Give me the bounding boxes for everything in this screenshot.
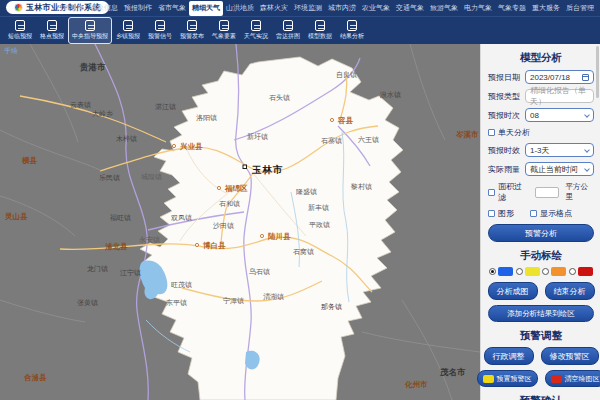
forecast-period-label: 预报时效 [488,145,525,156]
area-filter-input[interactable] [535,187,560,198]
color-badge-icon [551,375,562,383]
map-label-outcounty: 岑溪市 [455,130,479,139]
map-label-outcounty: 灵山县 [5,212,28,221]
forecast-period-select[interactable]: 1-3天 [525,143,594,157]
manual-action-button[interactable]: 分析成图 [488,282,538,300]
legend-checkbox[interactable] [488,210,495,217]
document-icon [15,20,25,31]
document-icon [47,20,57,31]
blue-swatch [498,267,513,276]
forecast-date-input[interactable]: 2023/07/18 [525,70,594,84]
map-label-town: 石和镇 [219,200,240,208]
orange-swatch [551,267,566,276]
toolbar-item-label: 短临预报 [8,32,32,41]
toolbar-item[interactable]: 预警发布 [176,17,208,45]
document-icon [283,20,293,31]
topnav-item-active[interactable]: 精细天气 [189,1,223,16]
toolbar-item[interactable]: 短临预报 [4,17,36,45]
map-label-outtown: 江宁镇 [120,269,141,277]
panel-scrollbar[interactable] [596,46,599,98]
adjust-action-button[interactable]: 行政调整 [484,347,534,365]
actual-rain-select[interactable]: 截止当前时间 [525,162,594,176]
adjust-badge-button[interactable]: 预置预警区 [477,370,538,387]
toolbar-item[interactable]: 格点预报 [36,17,68,45]
manual-plot-title: 手动标绘 [488,249,594,263]
toolbar-item-label: 中央指导预报 [72,32,108,41]
topnav-item[interactable]: 省市气象 [155,1,189,16]
topnav-item[interactable]: 城市内涝 [325,1,359,16]
calendar-icon[interactable] [582,74,589,81]
area-filter-unit: 平方公里 [565,182,594,202]
toolbar-item-label: 雷达拼图 [276,32,300,41]
map-label-city: 玉林市 [251,164,284,175]
toolbar-item[interactable]: 模型数据 [304,17,336,45]
map-label-outcounty: 化州市 [404,380,428,389]
document-icon [187,20,197,31]
hand-draw-link[interactable]: 手绘 [4,46,18,56]
topnav-item[interactable]: 农业气象 [359,1,393,16]
single-day-checkbox[interactable] [488,129,495,136]
show-grid-checkbox[interactable] [530,210,537,217]
topnav-item[interactable]: 山洪地质 [223,1,257,16]
map-label-town: 乌石镇 [249,268,270,276]
manual-action-button[interactable]: 结束分析 [545,282,595,300]
map-canvas[interactable]: 玉林市兴业县容县福绵区陆川县博白县贵港市茂名市浦北县横县灵山县合浦县化州市岑溪市… [0,44,480,400]
map-label-county: 博白县 [202,241,226,250]
map-label-town: 永安镇 [139,236,160,244]
toolbar-item[interactable]: 雷达拼图 [272,17,304,45]
toolbar-item[interactable]: 天气实况 [240,17,272,45]
toolbar: 短临预报格点预报中央指导预报乡镇预报预警信号预警发布气象要素天气实况雷达拼图模型… [0,16,600,44]
forecast-type-row: 预报类型 精细化报告（单天） [488,89,594,103]
topnav-item[interactable]: 后台管理 [563,1,597,16]
topnav-item[interactable]: 环境监测 [291,1,325,16]
toolbar-item[interactable]: 气象要素 [208,17,240,45]
topnav-item[interactable]: 重大服务 [529,1,563,16]
adjust-badge-button[interactable]: 清空绘图区 [545,370,600,387]
adjust-badge-buttons-row: 预置预警区清空绘图区 [488,370,594,387]
map-label-outcounty: 横县 [21,156,38,165]
document-icon [219,20,229,31]
color-radio-group [488,267,594,276]
map-label-town: 宁潭镇 [223,297,244,305]
topnav-item[interactable]: 电力气象 [461,1,495,16]
toolbar-item-label: 结果分析 [340,32,364,41]
map-label-outcounty: 浦北县 [105,242,128,251]
toolbar-item-label: 乡镇预报 [116,32,140,41]
radio-icon [569,268,576,275]
topnav-item[interactable]: 预报制作 [121,1,155,16]
warning-analysis-button[interactable]: 预警分析 [488,224,594,242]
map-container: 玉林市兴业县容县福绵区陆川县博白县贵港市茂名市浦北县横县灵山县合浦县化州市岑溪市… [0,44,480,400]
actual-rain-value: 截止当前时间 [530,164,578,175]
topnav-item[interactable]: 气象信息 [87,1,121,16]
actual-rain-label: 实际雨量 [488,164,525,175]
map-label-town: 石寨镇 [321,136,342,145]
map-label-county: 兴业县 [179,142,203,151]
topnav-item[interactable]: 日常业务 [53,1,87,16]
map-label-outtown: 龙门镇 [87,265,108,273]
toolbar-item[interactable]: 预警信号 [144,17,176,45]
color-option-blue[interactable] [489,267,513,276]
topnav-item[interactable]: 旅游气象 [427,1,461,16]
forecast-type-input[interactable]: 精细化报告（单天） [525,89,594,103]
topnav-item[interactable]: 森林火灾 [257,1,291,16]
color-option-yellow[interactable] [516,267,540,276]
color-option-orange[interactable] [542,267,566,276]
topnav-item[interactable]: 交通气象 [393,1,427,16]
map-label-town: 新圩镇 [247,132,268,141]
topnav-item[interactable]: 气象专题 [495,1,529,16]
toolbar-item-active[interactable]: 中央指导预报 [68,17,112,45]
adjust-action-button[interactable]: 修改预警区 [541,347,599,365]
area-filter-checkbox[interactable] [488,189,495,196]
color-option-red[interactable] [569,267,593,276]
forecast-time-select[interactable]: 08 [525,108,594,122]
toolbar-item[interactable]: 乡镇预报 [112,17,144,45]
toolbar-item[interactable]: 结果分析 [336,17,368,45]
toolbar-item-label: 模型数据 [308,32,332,41]
map-label-town: 旺茂镇 [171,281,192,289]
map-label-county: 陆川县 [268,232,291,241]
actual-rain-row: 实际雨量 截止当前时间 [488,162,594,176]
add-result-to-draw-button[interactable]: 添加分析结果到绘区 [488,305,594,322]
app-logo-icon [14,3,23,12]
forecast-date-row: 预报日期 2023/07/18 [488,70,594,84]
map-label-outtown: 乐民镇 [99,174,120,182]
